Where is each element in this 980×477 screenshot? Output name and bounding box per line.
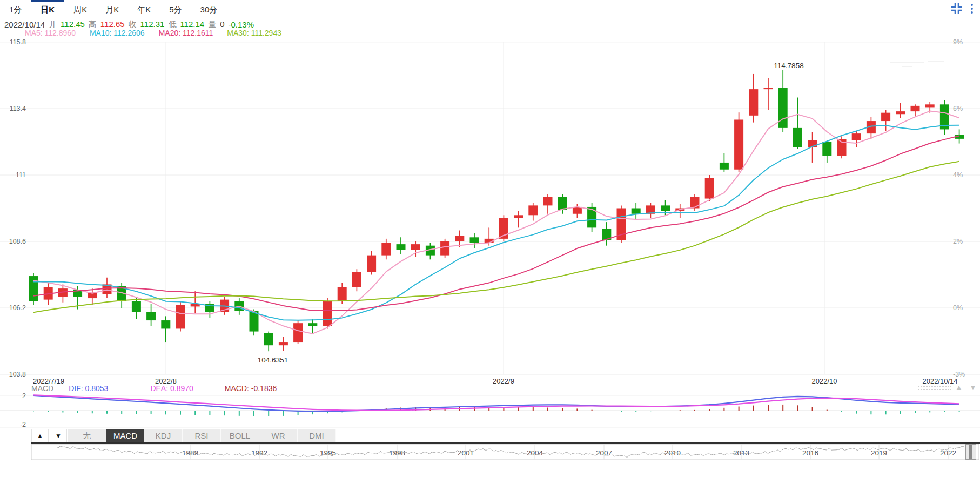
svg-text:111: 111 — [16, 171, 26, 179]
indicator-tab-bar: ▲▼无MACDKDJRSIBOLLWRDMI — [31, 429, 336, 442]
quote-field-label: 开 — [49, 19, 57, 30]
timeline-navigator[interactable]: 1989199219951998200120042007201020132016… — [0, 442, 980, 460]
collapse-icon[interactable] — [951, 3, 963, 14]
quote-field-label: 收 — [129, 19, 137, 30]
period-tab-3[interactable]: 月K — [96, 0, 128, 18]
period-tab-5[interactable]: 5分 — [160, 0, 191, 18]
svg-text:106.2: 106.2 — [9, 304, 26, 312]
navigator-handle-grip — [969, 445, 972, 459]
indicator-tab-rsi[interactable]: RSI — [183, 429, 221, 442]
period-tab-4[interactable]: 年K — [128, 0, 160, 18]
panel-drag-handle[interactable] — [917, 385, 951, 390]
svg-text:2: 2 — [22, 392, 26, 400]
svg-text:9%: 9% — [953, 38, 963, 46]
macd-dif-value: DIF: 0.8053 — [69, 384, 108, 392]
x-axis-label: 2022/10/14 — [902, 377, 978, 385]
quote-row: 2022/10/14 开112.45高112.65收112.31低112.14量… — [4, 19, 254, 29]
quote-field-value: 112.14 — [180, 19, 204, 30]
quote-change: -0.13% — [228, 20, 254, 29]
candles — [29, 70, 964, 351]
quote-field-label: 高 — [89, 19, 97, 30]
quote-field-label: 低 — [168, 19, 176, 30]
navigator-years: 1989199219951998200120042007201020132016… — [182, 444, 956, 460]
x-axis-label: 2022/9 — [466, 377, 541, 385]
quote-field-value: 112.65 — [100, 19, 125, 30]
period-tab-0[interactable]: 1分 — [0, 0, 31, 18]
indicator-scroll-down[interactable]: ▼ — [50, 429, 67, 442]
svg-text:2%: 2% — [953, 238, 963, 245]
svg-text:113.4: 113.4 — [10, 105, 26, 112]
chart-app: 1分日K周K月K年K5分30分 2022/10/14 开112.45高112.6… — [0, 0, 980, 477]
indicator-tab-kdj[interactable]: KDJ — [144, 429, 183, 442]
macd-chart-canvas[interactable]: 2-2 — [0, 392, 980, 429]
macd-header: MACD DIF: 0.8053 DEA: 0.8970 MACD: -0.18… — [31, 384, 277, 392]
quote-field-value: 112.31 — [140, 19, 165, 30]
quote-date: 2022/10/14 — [4, 20, 45, 29]
svg-text:2016: 2016 — [802, 449, 818, 457]
svg-text:1995: 1995 — [320, 449, 336, 457]
indicator-tab-dmi[interactable]: DMI — [298, 429, 336, 442]
svg-text:2019: 2019 — [871, 449, 887, 457]
ma5-line — [33, 111, 959, 334]
quote-field-label: 量 — [208, 19, 216, 30]
period-tab-1[interactable]: 日K — [31, 0, 64, 18]
svg-text:104.6351: 104.6351 — [258, 356, 288, 364]
watermark — [890, 58, 947, 69]
macd-title: MACD — [31, 384, 53, 392]
ma20-line — [33, 136, 959, 311]
period-tab-bar: 1分日K周K月K年K5分30分 — [0, 0, 980, 18]
grid-lines — [0, 42, 980, 374]
quote-field-value: 0 — [220, 19, 224, 30]
ma30-line — [33, 162, 959, 312]
svg-text:115.8: 115.8 — [10, 38, 26, 46]
svg-text:1989: 1989 — [182, 449, 198, 457]
macd-hist-value: MACD: -0.1836 — [225, 384, 277, 392]
kebab-menu-icon[interactable] — [970, 3, 974, 14]
x-axis-label: 2022/10 — [787, 377, 862, 385]
svg-text:0%: 0% — [953, 304, 963, 312]
topbar-icons — [951, 3, 974, 14]
indicator-tab-boll[interactable]: BOLL — [221, 429, 259, 442]
macd-dea-value: DEA: 0.8970 — [150, 384, 193, 392]
main-chart-canvas[interactable]: 115.89%113.46%1114%108.62%106.20%103.8-3… — [0, 31, 980, 382]
quote-fields: 开112.45高112.65收112.31低112.14量0 — [49, 19, 224, 30]
svg-text:1992: 1992 — [251, 449, 267, 457]
svg-text:2001: 2001 — [458, 449, 474, 457]
navigator-top-border — [31, 442, 980, 444]
navigator-handle[interactable] — [965, 444, 976, 460]
svg-text:114.7858: 114.7858 — [774, 62, 803, 70]
indicator-tab-wr[interactable]: WR — [259, 429, 298, 442]
axis-labels: 115.89%113.46%1114%108.62%106.20%103.8-3… — [9, 38, 965, 378]
panel-collapse-icon[interactable]: ▼ — [969, 383, 977, 392]
svg-text:4%: 4% — [953, 171, 963, 179]
period-tab-6[interactable]: 30分 — [191, 0, 227, 18]
panel-expand-icon[interactable]: ▲ — [955, 383, 963, 392]
svg-text:6%: 6% — [953, 105, 963, 112]
svg-text:-2: -2 — [20, 421, 26, 428]
indicator-scroll-up[interactable]: ▲ — [31, 429, 49, 442]
svg-text:2013: 2013 — [733, 449, 749, 457]
quote-field-value: 112.45 — [61, 19, 85, 30]
svg-text:2007: 2007 — [596, 449, 612, 457]
svg-text:108.6: 108.6 — [9, 238, 26, 245]
period-tab-2[interactable]: 周K — [64, 0, 96, 18]
indicator-tab-无[interactable]: 无 — [68, 429, 106, 442]
indicator-tab-macd[interactable]: MACD — [106, 429, 144, 442]
